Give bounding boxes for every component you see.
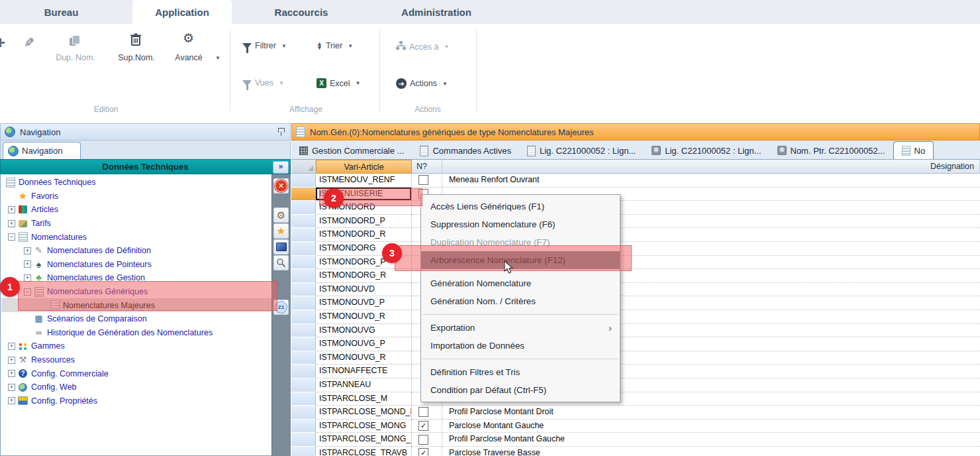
document-tab-2[interactable]: Lig. C221000052 : Lign...	[519, 142, 644, 159]
row-gutter-cell[interactable]	[291, 228, 316, 242]
menu-item[interactable]: Définition Filtres et Tris	[421, 363, 620, 381]
document-tab-0[interactable]: Gestion Commerciale ...	[291, 142, 412, 159]
table-row[interactable]: ISTMONDORD_P	[291, 215, 980, 229]
menu-item[interactable]: Accès Liens Génériques (F1)	[421, 198, 620, 215]
menu-item[interactable]: Condition par Défaut (Ctrl-F5)	[421, 381, 620, 399]
row-gutter-cell[interactable]	[291, 447, 316, 456]
checkbox-unchecked[interactable]	[418, 435, 428, 445]
expand-icon[interactable]: +	[8, 206, 15, 213]
tree-item[interactable]: +Tarifs	[1, 217, 271, 231]
table-row[interactable]: ISTPARCLOSE_MONG✓Parclose Montant Gauche	[291, 420, 980, 433]
table-row[interactable]: ISTNONAFFECTE	[291, 365, 980, 378]
favorite-button[interactable]: ★	[273, 223, 289, 239]
tree-item[interactable]: +♣Nomenclatures de Gestion	[1, 271, 271, 285]
menu-item[interactable]: Génération Nom. / Critères	[421, 292, 620, 310]
advanced-caret-icon[interactable]: ▼	[215, 55, 220, 61]
vari-article-cell[interactable]: ISTMONOUVD_P	[316, 296, 412, 310]
tab-administration[interactable]: Administration	[389, 0, 483, 24]
document-tab-1[interactable]: Commandes Actives	[412, 142, 519, 159]
collapse-icon[interactable]: −	[24, 288, 31, 296]
table-corner-cell[interactable]	[291, 160, 316, 174]
filter-button[interactable]: Filtrer▼	[242, 41, 287, 50]
vari-article-cell[interactable]: ISTPARCLOSE_TRAVB	[316, 447, 412, 456]
search-button[interactable]	[273, 255, 289, 270]
table-row[interactable]: ISTMONOUVG_P	[291, 337, 980, 351]
table-row[interactable]: ISTPARCLOSE_TRAVB✓Parclose Traverse Bass…	[291, 447, 980, 456]
row-gutter-cell[interactable]	[291, 188, 316, 201]
tab-bureau[interactable]: Bureau	[23, 0, 99, 24]
menu-item[interactable]: Exportation›	[421, 319, 620, 337]
expand-icon[interactable]: +	[8, 370, 15, 377]
views-button[interactable]: Vues▼	[242, 78, 284, 87]
tree-item[interactable]: −Nomenclatures	[1, 230, 271, 244]
table-row[interactable]: ISTPARCLOSE_MOND_PProfil Parclose Montan…	[291, 406, 980, 420]
tree-item[interactable]: +♠Nomenclatures de Pointeurs	[1, 258, 271, 272]
column-header-n[interactable]: N?	[412, 160, 442, 174]
tree-item[interactable]: ∞Historique de Génération des Nomenclatu…	[1, 326, 271, 340]
close-button[interactable]: ✕	[273, 178, 289, 194]
menu-item[interactable]: Suppression Nomenclature (F6)	[421, 215, 620, 233]
vari-article-cell[interactable]: ISTMONDORG	[316, 242, 412, 256]
vari-article-cell[interactable]: ISTMONDORD	[316, 201, 412, 215]
actions-button[interactable]: ➔ Actions▼	[396, 78, 448, 89]
table-row[interactable]: ISTPANNEAU	[291, 378, 980, 392]
checkbox-checked[interactable]: ✓	[418, 421, 428, 431]
vari-article-cell[interactable]: ISTMONOUVG_R	[316, 351, 412, 365]
table-row[interactable]: ISTMONDORD_R	[291, 228, 980, 242]
screen-button[interactable]	[273, 239, 289, 255]
vari-article-cell[interactable]: ISTMENOUV_RENF	[316, 174, 412, 188]
row-gutter-cell[interactable]	[291, 242, 316, 256]
table-row[interactable]: ISTMONOUVG	[291, 324, 980, 338]
document-tab-5[interactable]: No	[893, 141, 934, 159]
table-row[interactable]: ISTMONDORG	[291, 242, 980, 256]
checkbox-unchecked[interactable]	[418, 407, 428, 417]
sort-button[interactable]: ▲▼ Trier▼	[317, 41, 353, 50]
document-tab-3[interactable]: Lig. C221000052 : Lign...	[644, 142, 769, 159]
vari-article-cell[interactable]: ISTMONOUVD_R	[316, 310, 412, 324]
tree-item[interactable]: −Nomenclatures Génériques	[1, 285, 271, 299]
tab-raccourcis[interactable]: Raccourcis	[262, 0, 341, 24]
row-gutter-cell[interactable]	[291, 378, 316, 392]
tree-item[interactable]: +Config. Propriétés	[1, 394, 271, 408]
collapse-icon[interactable]: −	[8, 233, 15, 241]
table-row[interactable]: ISTMENOUV_RENFMeneau Renfort Ouvrant	[291, 174, 980, 188]
delete-icon[interactable]	[130, 33, 142, 49]
checkbox-unchecked[interactable]	[418, 175, 428, 185]
gear-button[interactable]: ⚙	[273, 207, 289, 223]
table-row[interactable]: ISTMONOUVD_P	[291, 296, 980, 310]
checkbox-checked[interactable]: ✓	[418, 448, 428, 456]
tree-item[interactable]: ★Favoris	[1, 190, 271, 203]
tree-item[interactable]: Nomenclatures Majeures	[1, 298, 271, 312]
menu-item[interactable]: Importation de Données	[421, 337, 620, 355]
tree-item[interactable]: +Gammes	[1, 339, 271, 353]
table-row[interactable]: ISTPARCLOSE_M	[291, 392, 980, 406]
expand-icon[interactable]: +	[8, 220, 15, 227]
vari-article-cell[interactable]: ISTPARCLOSE_MONG_P	[316, 433, 412, 447]
vari-article-cell[interactable]: ISTPANNEAU	[316, 378, 412, 392]
table-row[interactable]: ISTMONOUVD_R	[291, 310, 980, 324]
vari-article-cell[interactable]: ISTPARCLOSE_MOND_P	[316, 406, 412, 420]
collapse-chevron-button[interactable]: »	[273, 161, 289, 174]
vari-article-cell[interactable]: ISTMONOUVD	[316, 283, 412, 297]
tree-item[interactable]: Données Techniques	[1, 176, 271, 190]
menu-item[interactable]: Arborescence Nomenclature (F12)	[421, 251, 620, 269]
vari-article-cell[interactable]: ISTMONOUVG	[316, 324, 412, 338]
expand-icon[interactable]: +	[8, 357, 15, 364]
tree-item[interactable]: +?Config. Commerciale	[1, 367, 271, 380]
table-row[interactable]: ISTMONOUVD	[291, 283, 980, 297]
tree-item[interactable]: ▦Scénarios de Comparaison	[1, 312, 271, 326]
table-row[interactable]: ISTMENUISERIE	[291, 188, 980, 201]
menu-item[interactable]: Génération Nomenclature	[421, 274, 620, 292]
vari-article-cell[interactable]: ISTMONDORD_R	[316, 228, 412, 242]
tree-item[interactable]: +✎Nomenclatures de Définition	[1, 244, 271, 258]
row-gutter-cell[interactable]	[291, 433, 316, 447]
row-gutter-cell[interactable]	[291, 324, 316, 338]
excel-button[interactable]: X Excel▼	[317, 78, 361, 88]
row-gutter-cell[interactable]	[291, 351, 316, 365]
expand-icon[interactable]: +	[24, 260, 31, 268]
advanced-gear-icon[interactable]: ⚙	[183, 32, 194, 44]
duplicate-button[interactable]: Dup. Nom.	[52, 53, 99, 62]
edit-icon[interactable]: ✎	[24, 35, 34, 50]
row-gutter-cell[interactable]	[291, 337, 316, 351]
delete-button[interactable]: Sup.Nom.	[111, 53, 162, 62]
